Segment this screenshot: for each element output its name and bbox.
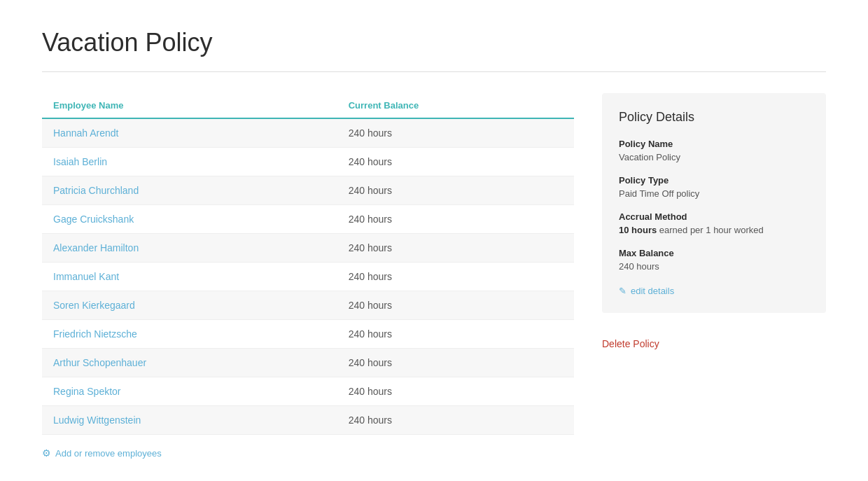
employee-name-cell[interactable]: Isaiah Berlin	[42, 148, 337, 176]
employee-name-cell[interactable]: Patricia Churchland	[42, 176, 337, 205]
employee-name-cell[interactable]: Hannah Arendt	[42, 118, 337, 148]
table-row: Regina Spektor240 hours	[42, 377, 574, 406]
table-row: Friedrich Nietzsche240 hours	[42, 320, 574, 349]
gear-icon: ⚙	[42, 447, 51, 459]
employee-balance-cell: 240 hours	[337, 176, 574, 205]
add-remove-employees-link[interactable]: ⚙ Add or remove employees	[42, 447, 574, 459]
table-row: Hannah Arendt240 hours	[42, 118, 574, 148]
policy-name-group: Policy Name Vacation Policy	[619, 139, 809, 162]
edit-details-link[interactable]: ✎ edit details	[619, 286, 809, 296]
table-row: Gage Cruickshank240 hours	[42, 205, 574, 234]
table-row: Isaiah Berlin240 hours	[42, 148, 574, 176]
employee-balance-cell: 240 hours	[337, 291, 574, 320]
employees-tbody: Hannah Arendt240 hoursIsaiah Berlin240 h…	[42, 118, 574, 435]
employee-name-cell[interactable]: Gage Cruickshank	[42, 205, 337, 234]
employee-name-cell[interactable]: Arthur Schopenhauer	[42, 349, 337, 377]
page-container: Vacation Policy Employee Name Current Ba…	[0, 0, 868, 481]
employees-table: Employee Name Current Balance Hannah Are…	[42, 93, 574, 435]
employee-name-cell[interactable]: Friedrich Nietzsche	[42, 320, 337, 349]
employee-name-cell[interactable]: Immanuel Kant	[42, 263, 337, 291]
employee-balance-cell: 240 hours	[337, 320, 574, 349]
max-balance-group: Max Balance 240 hours	[619, 248, 809, 272]
max-balance-label: Max Balance	[619, 248, 809, 258]
col-current-balance: Current Balance	[337, 93, 574, 118]
policy-details-title: Policy Details	[619, 110, 809, 125]
employee-balance-cell: 240 hours	[337, 234, 574, 263]
employee-name-cell[interactable]: Alexander Hamilton	[42, 234, 337, 263]
max-balance-value: 240 hours	[619, 261, 809, 272]
divider	[42, 71, 826, 72]
employee-name-cell[interactable]: Soren Kierkegaard	[42, 291, 337, 320]
employee-balance-cell: 240 hours	[337, 148, 574, 176]
accrual-bold: 10 hours	[619, 225, 657, 235]
delete-policy-button[interactable]: Delete Policy	[602, 338, 659, 349]
employee-balance-cell: 240 hours	[337, 349, 574, 377]
table-section: Employee Name Current Balance Hannah Are…	[42, 93, 574, 459]
table-row: Soren Kierkegaard240 hours	[42, 291, 574, 320]
edit-details-label: edit details	[631, 286, 674, 296]
accrual-method-value: 10 hours earned per 1 hour worked	[619, 225, 809, 235]
table-header: Employee Name Current Balance	[42, 93, 574, 118]
table-row: Alexander Hamilton240 hours	[42, 234, 574, 263]
employee-balance-cell: 240 hours	[337, 263, 574, 291]
pencil-icon: ✎	[619, 286, 626, 296]
table-row: Arthur Schopenhauer240 hours	[42, 349, 574, 377]
add-remove-label: Add or remove employees	[55, 448, 162, 459]
policy-type-label: Policy Type	[619, 175, 809, 186]
employee-name-cell[interactable]: Ludwig Wittgenstein	[42, 406, 337, 435]
policy-type-group: Policy Type Paid Time Off policy	[619, 175, 809, 199]
content-layout: Employee Name Current Balance Hannah Are…	[42, 93, 826, 459]
table-row: Patricia Churchland240 hours	[42, 176, 574, 205]
accrual-method-label: Accrual Method	[619, 211, 809, 222]
table-row: Immanuel Kant240 hours	[42, 263, 574, 291]
employee-balance-cell: 240 hours	[337, 406, 574, 435]
table-header-row: Employee Name Current Balance	[42, 93, 574, 118]
policy-type-value: Paid Time Off policy	[619, 188, 809, 199]
sidebar-and-delete: Policy Details Policy Name Vacation Poli…	[602, 93, 826, 349]
accrual-rest: earned per 1 hour worked	[657, 225, 763, 235]
accrual-method-group: Accrual Method 10 hours earned per 1 hou…	[619, 211, 809, 235]
delete-policy-section: Delete Policy	[602, 338, 826, 349]
table-row: Ludwig Wittgenstein240 hours	[42, 406, 574, 435]
employee-balance-cell: 240 hours	[337, 205, 574, 234]
employee-name-cell[interactable]: Regina Spektor	[42, 377, 337, 406]
employee-balance-cell: 240 hours	[337, 377, 574, 406]
policy-details-card: Policy Details Policy Name Vacation Poli…	[602, 93, 826, 313]
employee-balance-cell: 240 hours	[337, 118, 574, 148]
page-title: Vacation Policy	[42, 28, 826, 57]
policy-name-label: Policy Name	[619, 139, 809, 149]
policy-name-value: Vacation Policy	[619, 152, 809, 162]
col-employee-name: Employee Name	[42, 93, 337, 118]
